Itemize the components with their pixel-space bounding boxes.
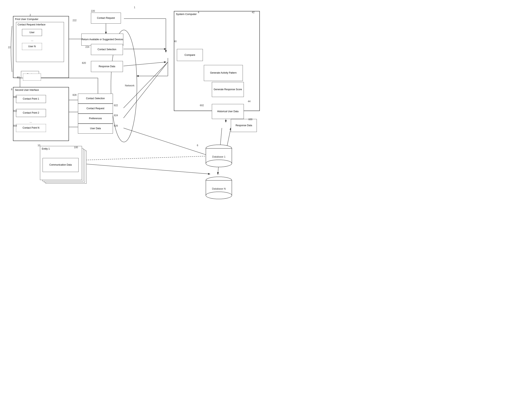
response-data-820-label: Response Data	[99, 65, 115, 68]
ref-600: 600	[248, 118, 252, 121]
contact-point-1-box: Contact Point 1	[16, 95, 46, 103]
return-available-label: Return Available or Suggested Devices	[82, 38, 123, 41]
second-user-interface-label: Second User Interface	[15, 89, 39, 92]
generate-activity-pattern-box: Generate Activity Pattern	[204, 65, 243, 81]
database-n-container: Database N	[204, 176, 234, 200]
db-dots: ...	[217, 172, 220, 175]
historical-user-data-label: Historical User Data	[217, 110, 239, 113]
ref-22: 22	[8, 46, 11, 49]
generate-activity-pattern-label: Generate Activity Pattern	[210, 71, 237, 75]
ref-40: 40	[174, 40, 177, 43]
diagram-container: First User Computer Contact Request Inte…	[0, 0, 266, 203]
svg-point-33	[206, 160, 232, 167]
contact-selection-224-label: Contact Selection	[98, 48, 116, 51]
preferences-824-label: Preferences	[89, 117, 102, 120]
historical-user-data-box: Historical User Data	[212, 104, 244, 119]
ref-224: 224	[85, 46, 89, 48]
user-data-826-box: User Data	[78, 123, 113, 134]
contact-request-220-box: Contact Request	[91, 13, 121, 24]
user-label: User	[29, 31, 34, 34]
reply-dashed-box	[23, 74, 41, 81]
generate-response-score-label: Generate Response Score	[214, 88, 242, 91]
first-user-computer-label: First User Computer	[15, 18, 38, 21]
user-box: User	[22, 29, 42, 36]
contact-point-1-label: Contact Point 1	[23, 97, 39, 101]
contact-point-n-label: Contact Point N	[23, 126, 39, 130]
user-dots: ...	[31, 38, 33, 42]
contact-request-220-label: Contact Request	[97, 17, 115, 20]
ref-802: 802	[13, 110, 17, 112]
ref-4: 4	[198, 11, 199, 14]
dbn-text: Database N	[212, 187, 226, 190]
ref-220: 220	[91, 10, 95, 12]
ref-222: 222	[72, 19, 77, 22]
ref-824: 824	[114, 114, 118, 117]
ref-6: 6	[197, 144, 198, 147]
generate-response-score-box: Generate Response Score	[212, 82, 244, 97]
user-n-box: User N	[22, 43, 42, 50]
contact-request-interface-label: Contact Request Interface	[18, 23, 45, 26]
contact-request-822-label: Contact Request	[86, 107, 104, 110]
svg-line-17	[123, 62, 168, 118]
response-data-820-box: Response Data	[91, 61, 123, 72]
ref-2: 2	[29, 14, 31, 16]
svg-line-19	[86, 156, 210, 160]
communication-data-label: Communication Data	[49, 163, 72, 167]
compare-box: Compare	[177, 49, 203, 61]
ref-800: 800	[13, 96, 17, 98]
system-computer-label: System Computer	[176, 13, 197, 16]
ref-100: 100	[74, 146, 78, 149]
cp-dots: ...	[29, 120, 32, 123]
ref-1: 1	[134, 6, 135, 9]
ref-8: 8	[11, 88, 12, 91]
contact-selection-828-box: Contact Selection	[78, 94, 113, 104]
ref-10: 10	[38, 144, 40, 147]
contact-point-2-label: Contact Point 2	[23, 111, 39, 115]
database-1-container: Database 1	[204, 144, 234, 168]
user-n-label: User N	[28, 45, 35, 48]
ref-822: 822	[114, 104, 118, 107]
response-data-600-label: Response Data	[236, 124, 252, 127]
user-data-826-label: User Data	[90, 127, 101, 130]
ref-82: 82	[17, 76, 20, 79]
preferences-824-box: Preferences	[78, 114, 113, 123]
ref-42: 42	[252, 11, 255, 14]
contact-request-822-box: Contact Request	[78, 104, 113, 114]
network-label: Network	[125, 84, 135, 87]
return-available-box: Return Available or Suggested Devices	[81, 34, 123, 46]
database-n-svg: Database N	[204, 176, 234, 200]
contact-point-2-box: Contact Point 2	[16, 109, 46, 117]
entity-1-label: Entity 1	[42, 147, 50, 151]
svg-line-18	[123, 128, 210, 156]
ref-820: 820	[82, 62, 86, 64]
ref-828: 828	[72, 94, 77, 96]
contact-point-n-box: Contact Point N	[16, 124, 46, 132]
ref-602: 602	[200, 104, 204, 107]
svg-line-20	[86, 164, 210, 174]
contact-selection-828-label: Contact Selection	[86, 97, 105, 100]
contact-request-interface-box: Contact Request Interface	[16, 22, 64, 62]
compare-label: Compare	[184, 53, 195, 57]
ref-804: 804	[13, 124, 17, 127]
ref-826: 826	[114, 124, 118, 127]
db1-text: Database 1	[212, 155, 226, 158]
response-data-600-box: Response Data	[231, 119, 257, 132]
communication-data-box: Communication Data	[43, 158, 78, 172]
database-1-svg: Database 1	[204, 144, 234, 168]
ref-44: 44	[248, 100, 250, 103]
svg-point-36	[206, 192, 232, 199]
contact-selection-224-box: Contact Selection	[91, 44, 123, 55]
svg-line-6	[123, 62, 166, 66]
